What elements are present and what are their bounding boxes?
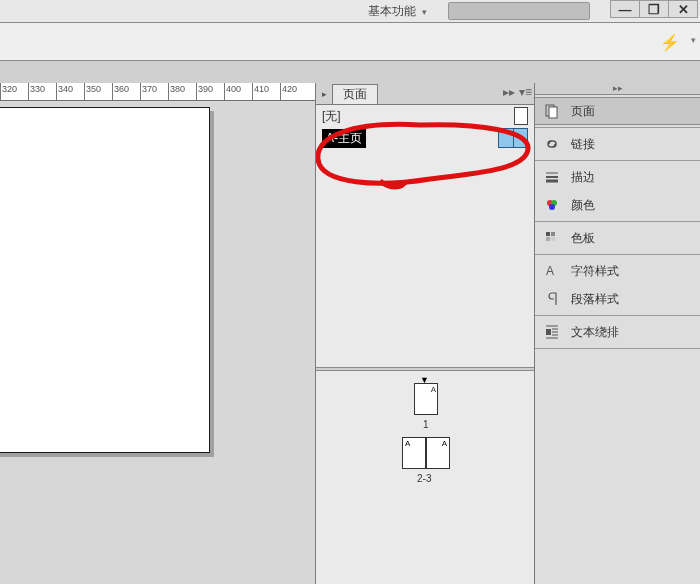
parastyles-icon <box>543 291 561 307</box>
window-buttons: — ❐ ✕ <box>611 0 698 18</box>
document-page[interactable] <box>0 107 210 453</box>
ruler-tick <box>140 83 141 100</box>
svg-point-9 <box>549 204 555 210</box>
svg-rect-15 <box>546 329 551 335</box>
search-input[interactable] <box>457 4 607 18</box>
dock-item-label: 链接 <box>571 136 595 153</box>
dock-item-parastyles[interactable]: 段落样式 <box>535 285 700 313</box>
ruler-tick <box>84 83 85 100</box>
panel-expand-icon[interactable]: ▸▸ <box>503 85 515 99</box>
master-a-thumb <box>498 128 528 148</box>
dock-item-label: 文本绕排 <box>571 324 619 341</box>
dock-group: 页面 <box>535 95 700 128</box>
dock-item-label: 颜色 <box>571 197 595 214</box>
applied-master-letter: A <box>442 439 447 448</box>
master-none-thumb <box>514 107 528 125</box>
horizontal-ruler[interactable]: 320330340350360370380390400410420 <box>0 83 315 101</box>
dock-group: 色板 <box>535 222 700 255</box>
ruler-tick-label: 320 <box>2 84 17 94</box>
stroke-icon <box>543 169 561 185</box>
page-label-1: 1 <box>423 419 429 430</box>
panel-menu-icon[interactable]: ▾≡ <box>519 85 532 99</box>
panel-tab-row: ▸ 页面 ▸▸ ▾≡ <box>316 83 534 105</box>
links-icon <box>543 136 561 152</box>
ruler-tick-label: 390 <box>198 84 213 94</box>
dock-item-label: 字符样式 <box>571 263 619 280</box>
svg-rect-13 <box>551 237 555 241</box>
dock-item-label: 描边 <box>571 169 595 186</box>
color-icon <box>543 197 561 213</box>
dock-group: 链接 <box>535 128 700 161</box>
right-dock: ▸▸ 页面链接描边颜色色板A字符样式段落样式文本绕排 <box>534 83 700 584</box>
app-topbar: 基本功能 ▾ — ❐ ✕ <box>0 0 700 23</box>
dock-group: 描边颜色 <box>535 161 700 222</box>
ruler-tick <box>0 83 1 100</box>
workspace-switcher[interactable]: 基本功能 ▾ <box>358 0 437 23</box>
applied-master-letter: A <box>431 385 436 394</box>
ruler-tick-label: 400 <box>226 84 241 94</box>
minimize-button[interactable]: — <box>610 0 640 18</box>
chevron-down-icon[interactable]: ▾ <box>691 35 696 45</box>
collapse-arrow-icon[interactable]: ▸ <box>316 84 332 104</box>
master-a-row[interactable]: A-主页 <box>316 127 534 149</box>
svg-rect-3 <box>549 107 557 118</box>
dock-item-charstyles[interactable]: A字符样式 <box>535 257 700 285</box>
dock-item-swatches[interactable]: 色板 <box>535 224 700 252</box>
ruler-tick <box>112 83 113 100</box>
textwrap-icon <box>543 324 561 340</box>
maximize-button[interactable]: ❐ <box>639 0 669 18</box>
ruler-tick-label: 350 <box>86 84 101 94</box>
dock-item-pages[interactable]: 页面 <box>535 97 700 125</box>
dock-group: 文本绕排 <box>535 316 700 349</box>
ruler-tick-label: 380 <box>170 84 185 94</box>
dock-group: A字符样式段落样式 <box>535 255 700 316</box>
ruler-tick-label: 370 <box>142 84 157 94</box>
applied-master-letter: A <box>405 439 410 448</box>
dock-item-label: 色板 <box>571 230 595 247</box>
ruler-tick-label: 360 <box>114 84 129 94</box>
options-bar: ⚡ ▾ <box>0 23 700 61</box>
spread-label-2-3: 2-3 <box>417 473 431 484</box>
tab-label: 页面 <box>343 86 367 103</box>
ruler-tick-label: 330 <box>30 84 45 94</box>
swatches-icon <box>543 230 561 246</box>
dock-item-label: 段落样式 <box>571 291 619 308</box>
bolt-icon[interactable]: ⚡ <box>660 33 680 52</box>
chevron-down-icon: ▾ <box>422 7 427 17</box>
ruler-tick-label: 340 <box>58 84 73 94</box>
master-none-label: [无] <box>322 108 341 125</box>
ruler-tick-label: 410 <box>254 84 269 94</box>
ruler-tick <box>224 83 225 100</box>
search-field[interactable] <box>448 2 590 20</box>
master-a-label: A-主页 <box>322 129 366 148</box>
ruler-tick <box>56 83 57 100</box>
document-area[interactable] <box>0 101 315 584</box>
dock-item-stroke[interactable]: 描边 <box>535 163 700 191</box>
page-thumb-1[interactable]: A <box>414 383 438 415</box>
pages-panel: ▸ 页面 ▸▸ ▾≡ [无] A-主页 ▼ A 1 A <box>315 83 534 584</box>
dock-item-textwrap[interactable]: 文本绕排 <box>535 318 700 346</box>
ruler-tick <box>252 83 253 100</box>
svg-rect-12 <box>546 237 550 241</box>
ruler-tick <box>168 83 169 100</box>
ruler-tick-label: 420 <box>282 84 297 94</box>
ruler-tick <box>196 83 197 100</box>
spread-thumb-2-3[interactable]: A A <box>402 437 450 469</box>
dock-item-links[interactable]: 链接 <box>535 130 700 158</box>
svg-rect-11 <box>551 232 555 236</box>
charstyles-icon: A <box>543 263 561 279</box>
ruler-tick <box>28 83 29 100</box>
master-none-row[interactable]: [无] <box>316 105 534 127</box>
svg-text:A: A <box>546 264 554 278</box>
dock-item-label: 页面 <box>571 103 595 120</box>
ruler-tick <box>280 83 281 100</box>
svg-rect-10 <box>546 232 550 236</box>
document-pages-section: ▼ A 1 A A 2-3 <box>316 371 534 584</box>
dock-toggle[interactable]: ▸▸ <box>535 83 700 95</box>
workspace-label: 基本功能 <box>368 3 416 20</box>
master-pages-section: [无] A-主页 <box>316 105 534 367</box>
tab-pages[interactable]: 页面 <box>332 84 378 104</box>
dock-item-color[interactable]: 颜色 <box>535 191 700 219</box>
close-button[interactable]: ✕ <box>668 0 698 18</box>
pages-icon <box>543 103 561 119</box>
